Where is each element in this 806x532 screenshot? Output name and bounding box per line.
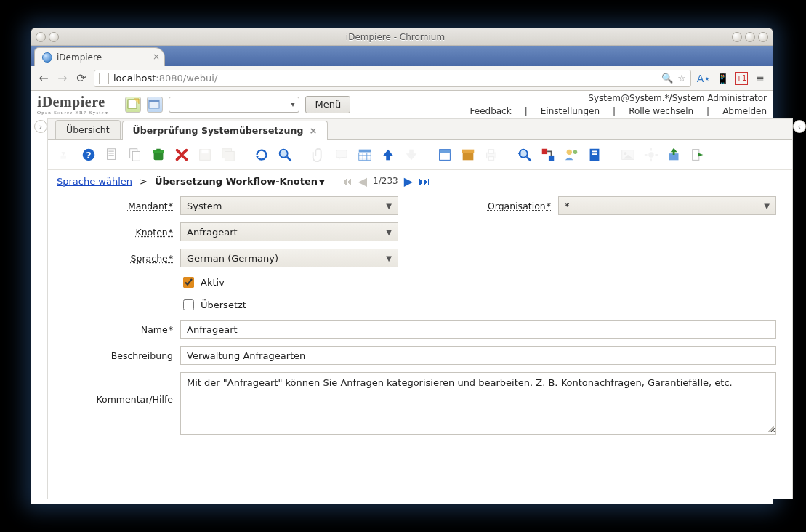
url-bar[interactable]: localhost:8080/webui/ 🔍 ☆ xyxy=(94,70,691,87)
svg-point-55 xyxy=(648,152,653,157)
svg-rect-13 xyxy=(154,152,164,160)
prev-record-icon[interactable]: ◀ xyxy=(358,174,367,188)
svg-rect-2 xyxy=(149,100,159,102)
os-button[interactable] xyxy=(36,32,46,42)
close-tab-icon[interactable]: × xyxy=(153,52,160,61)
link-switch-role[interactable]: Rolle wechseln xyxy=(629,106,693,116)
label-knoten: Knoten xyxy=(64,227,173,238)
zoom-across-icon[interactable] xyxy=(516,146,533,164)
favicon-icon xyxy=(42,52,52,63)
browser-menu-icon[interactable]: ≡ xyxy=(754,72,767,85)
first-record-icon[interactable]: ⏮ xyxy=(341,174,352,188)
textarea-kommentar[interactable]: Mit der "Anfrageart" können Sie Anfragen… xyxy=(180,372,776,435)
svg-line-22 xyxy=(287,156,291,161)
checkbox-aktiv[interactable] xyxy=(183,277,194,288)
close-tab-icon[interactable]: × xyxy=(309,125,317,136)
copy-record-icon[interactable] xyxy=(126,146,144,164)
minimize-button[interactable] xyxy=(732,32,742,42)
parent-record-icon[interactable] xyxy=(379,146,397,164)
reload-icon[interactable]: ⟳ xyxy=(75,71,88,85)
extension-translate-icon[interactable]: A⋆ xyxy=(697,72,710,85)
next-record-icon[interactable]: ▶ xyxy=(404,174,413,188)
logo: iDempiere Open Source ERP System xyxy=(37,94,109,116)
open-window-icon[interactable] xyxy=(147,97,163,113)
combo-organisation[interactable]: *▼ xyxy=(558,196,776,215)
svg-rect-57 xyxy=(650,158,652,161)
checkbox-uebersetzt[interactable] xyxy=(183,299,194,310)
home-icon[interactable] xyxy=(57,146,74,164)
detail-record-icon[interactable] xyxy=(436,146,454,164)
input-name[interactable]: Anfrageart xyxy=(180,320,776,339)
forward-icon[interactable]: → xyxy=(56,71,69,85)
svg-marker-64 xyxy=(698,153,703,157)
input-beschreibung[interactable]: Verwaltung Anfragearten xyxy=(180,346,776,365)
svg-rect-0 xyxy=(128,100,137,108)
svg-rect-4 xyxy=(61,155,66,158)
new-record-icon[interactable] xyxy=(103,146,121,164)
os-button[interactable] xyxy=(49,32,59,42)
image-icon[interactable] xyxy=(619,146,637,164)
combo-sprache[interactable]: German (Germany)▼ xyxy=(180,249,398,267)
breadcrumb-current[interactable]: Übersetzung Workflow-Knoten▼ xyxy=(155,176,325,187)
maximize-button[interactable] xyxy=(745,32,755,42)
chat-icon[interactable] xyxy=(333,146,350,164)
svg-rect-9 xyxy=(108,153,113,153)
trash-icon[interactable] xyxy=(150,146,167,164)
active-workflow-icon[interactable] xyxy=(539,146,557,164)
link-logout[interactable]: Abmelden xyxy=(722,106,767,116)
tab-translation-check[interactable]: Überprüfung Systemübersetzung × xyxy=(122,121,329,140)
combo-mandant[interactable]: System▼ xyxy=(180,196,398,215)
quick-search-combo[interactable]: ▾ xyxy=(169,97,299,113)
close-window-button[interactable] xyxy=(758,32,768,42)
exit-icon[interactable] xyxy=(689,146,706,164)
svg-rect-23 xyxy=(336,150,347,157)
svg-rect-38 xyxy=(462,149,475,153)
last-record-icon[interactable]: ⏭ xyxy=(419,174,430,188)
breadcrumb-sep: > xyxy=(140,176,148,187)
paperclip-icon[interactable] xyxy=(310,146,327,164)
archive-icon[interactable] xyxy=(459,146,477,164)
gear-icon[interactable] xyxy=(642,146,660,164)
svg-text:?: ? xyxy=(86,149,91,160)
child-record-icon[interactable] xyxy=(403,146,420,164)
star-icon[interactable]: ☆ xyxy=(677,73,686,84)
breadcrumb: Sprache wählen > Übersetzung Workflow-Kn… xyxy=(48,170,792,192)
url-rest: :8080/webui/ xyxy=(156,73,217,84)
svg-rect-7 xyxy=(108,148,116,159)
browser-tab[interactable]: iDempiere × xyxy=(34,47,165,66)
grid-view-icon[interactable] xyxy=(356,146,374,164)
saveall-icon[interactable] xyxy=(219,146,237,164)
svg-rect-40 xyxy=(488,149,493,153)
svg-rect-15 xyxy=(156,148,161,150)
new-window-icon[interactable] xyxy=(125,97,141,113)
link-settings[interactable]: Einstellungen xyxy=(541,106,600,116)
svg-rect-50 xyxy=(592,150,597,152)
refresh-icon[interactable] xyxy=(253,146,270,164)
svg-line-43 xyxy=(527,156,531,161)
tab-overview[interactable]: Übersicht xyxy=(55,120,121,139)
link-feedback[interactable]: Feedback xyxy=(470,106,512,116)
expand-left-icon[interactable]: › xyxy=(34,120,47,133)
zoom-indicator-icon[interactable]: 🔍 xyxy=(661,73,673,84)
export-icon[interactable] xyxy=(666,146,683,164)
svg-point-21 xyxy=(280,149,288,157)
extension-phone-icon[interactable]: 📱 xyxy=(716,72,729,85)
window-title: iDempiere - Chromium xyxy=(62,32,729,42)
search-icon[interactable] xyxy=(276,146,294,164)
save-icon[interactable] xyxy=(196,146,214,164)
logo-subtitle: Open Source ERP System xyxy=(37,110,109,116)
help-icon[interactable]: ? xyxy=(80,146,97,164)
breadcrumb-link[interactable]: Sprache wählen xyxy=(57,176,132,187)
product-info-icon[interactable] xyxy=(586,146,603,164)
print-icon[interactable] xyxy=(483,146,500,164)
expand-right-icon[interactable]: ‹ xyxy=(793,120,806,133)
menu-button[interactable]: Menü xyxy=(305,96,350,113)
back-icon[interactable]: ← xyxy=(37,71,50,85)
svg-rect-46 xyxy=(549,155,554,160)
browser-tab-title: iDempiere xyxy=(57,52,102,63)
delete-icon[interactable] xyxy=(173,146,190,164)
combo-knoten[interactable]: Anfrageart▼ xyxy=(180,222,398,241)
request-icon[interactable] xyxy=(563,146,580,164)
extension-plus-icon[interactable]: +1 xyxy=(735,72,748,85)
svg-point-48 xyxy=(573,150,578,154)
